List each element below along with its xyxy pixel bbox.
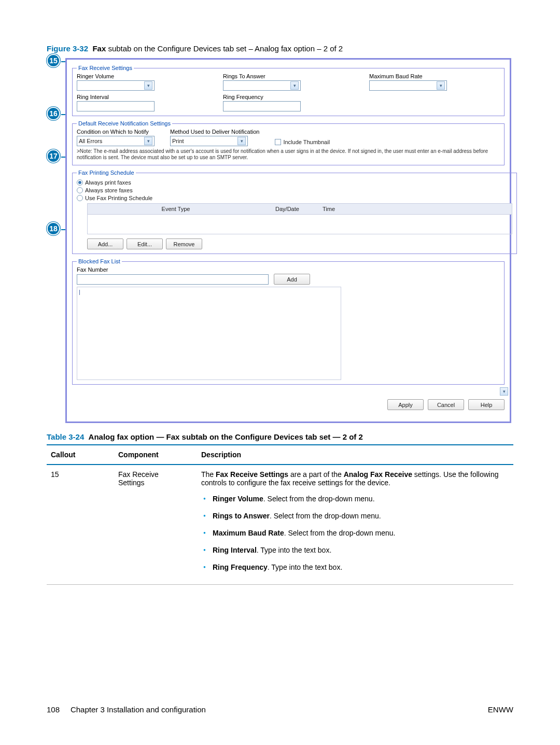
figure-caption: Figure 3-32 Fax subtab on the Configure …: [47, 44, 513, 53]
include-thumbnail-checkbox[interactable]: [275, 139, 281, 145]
cancel-button[interactable]: Cancel: [428, 399, 464, 410]
lbl-method: Method Used to Deliver Notification: [170, 129, 259, 135]
col-event-type: Event Type: [88, 206, 264, 212]
chevron-down-icon: ▾: [144, 81, 152, 90]
radio-use-schedule[interactable]: [77, 195, 83, 201]
condition-select[interactable]: All Errors▾: [77, 136, 155, 146]
edit-button[interactable]: Edit...: [127, 238, 163, 249]
page-footer: 108 Chapter 3 Installation and configura…: [47, 705, 513, 714]
method-select[interactable]: Print▾: [170, 136, 248, 146]
th-component: Component: [114, 445, 197, 465]
figure-number: Figure 3-32: [47, 44, 88, 53]
callout-15: 15: [47, 54, 60, 67]
list-placeholder: |: [79, 289, 80, 295]
list-item: Ringer Volume. Select from the drop-down…: [201, 494, 509, 504]
list-item: Maximum Baud Rate. Select from the drop-…: [201, 528, 509, 538]
receive-legend: Fax Receive Settings: [77, 65, 134, 71]
ring-interval-input[interactable]: [77, 101, 155, 111]
callout-17: 17: [47, 149, 60, 163]
screenshot-wrapper: 15 16 17 18 Fax Receive Settings Ringer …: [65, 58, 513, 423]
radio-always-store[interactable]: [77, 187, 83, 193]
blocked-fax-list: Blocked Fax List Fax Number Add |: [72, 258, 505, 385]
scroll-down-icon[interactable]: ▾: [500, 387, 508, 396]
add-fax-number-button[interactable]: Add: [274, 274, 310, 285]
table-row: 15 Fax Receive Settings The Fax Receive …: [47, 465, 513, 585]
col-day-date: Day/Date: [264, 206, 311, 212]
table-caption-text: Analog fax option — Fax subtab on the Co…: [89, 432, 363, 441]
lbl-include-thumbnail: Include Thumbnail: [283, 139, 330, 145]
cell-description: The Fax Receive Settings are a part of t…: [197, 465, 513, 585]
lbl-ring-frequency: Ring Frequency: [223, 94, 354, 100]
schedule-table-header: Event Type Day/Date Time: [87, 203, 512, 215]
lbl-rings-to-answer: Rings To Answer: [223, 73, 354, 79]
chevron-down-icon: ▾: [290, 81, 299, 90]
chapter-title: Chapter 3 Installation and configuration: [71, 705, 206, 714]
remove-button[interactable]: Remove: [166, 238, 202, 249]
table-number: Table 3-24: [47, 432, 84, 441]
fax-number-input[interactable]: [77, 274, 269, 285]
add-button[interactable]: Add...: [87, 238, 123, 249]
notify-legend: Default Receive Notification Settings: [77, 120, 172, 126]
figure-title-bold: Fax: [92, 44, 106, 53]
lbl-fax-number: Fax Number: [77, 266, 500, 273]
fax-printing-schedule: Fax Printing Schedule Always print faxes…: [72, 170, 517, 254]
callout-16: 16: [47, 107, 60, 120]
screenshot-image: Fax Receive Settings Ringer Volume ▾ Rin…: [65, 58, 511, 423]
list-item: Ring Frequency. Type into the text box.: [201, 563, 509, 572]
lbl-use-schedule: Use Fax Printing Schedule: [85, 195, 152, 201]
callout-18: 18: [47, 222, 60, 235]
lbl-always-store: Always store faxes: [85, 187, 133, 193]
cell-component: Fax Receive Settings: [114, 465, 197, 585]
lbl-always-print: Always print faxes: [85, 179, 131, 186]
footer-right: ENWW: [488, 705, 513, 714]
th-callout: Callout: [47, 445, 114, 465]
blocked-fax-listbox[interactable]: |: [77, 287, 341, 380]
max-baud-select[interactable]: ▾: [369, 80, 447, 91]
rings-to-answer-select[interactable]: ▾: [223, 80, 301, 91]
list-item: Rings to Answer. Select from the drop-do…: [201, 511, 509, 521]
ringer-volume-select[interactable]: ▾: [77, 80, 155, 91]
description-table: Callout Component Description 15 Fax Rec…: [47, 444, 513, 585]
bullet-list: Ringer Volume. Select from the drop-down…: [201, 494, 509, 572]
apply-button[interactable]: Apply: [387, 399, 424, 410]
ring-frequency-input[interactable]: [223, 101, 301, 111]
page-number: 108: [47, 705, 60, 714]
blocked-legend: Blocked Fax List: [77, 258, 122, 264]
figure-title-rest: subtab on the Configure Devices tab set …: [106, 44, 343, 53]
default-receive-notification: Default Receive Notification Settings Co…: [72, 120, 505, 165]
lbl-condition: Condition on Which to Notify: [77, 129, 155, 135]
col-time: Time: [311, 206, 347, 212]
fax-receive-settings: Fax Receive Settings Ringer Volume ▾ Rin…: [72, 65, 505, 116]
chevron-down-icon: ▾: [437, 81, 445, 90]
chevron-down-icon: ▾: [144, 137, 152, 145]
lbl-ring-interval: Ring Interval: [77, 94, 207, 100]
list-item: Ring Interval. Type into the text box.: [201, 545, 509, 555]
table-caption: Table 3-24 Analog fax option — Fax subta…: [47, 432, 513, 441]
chevron-down-icon: ▾: [237, 137, 246, 145]
schedule-legend: Fax Printing Schedule: [77, 170, 136, 176]
schedule-table-body: [87, 215, 512, 234]
lbl-ringer-volume: Ringer Volume: [77, 73, 207, 79]
th-description: Description: [197, 445, 513, 465]
help-button[interactable]: Help: [468, 399, 505, 410]
lbl-max-baud: Maximum Baud Rate: [369, 73, 500, 79]
cell-callout: 15: [47, 465, 114, 585]
radio-always-print[interactable]: [77, 179, 83, 186]
notify-note: >Note: The e-mail address associated wit…: [77, 148, 500, 161]
